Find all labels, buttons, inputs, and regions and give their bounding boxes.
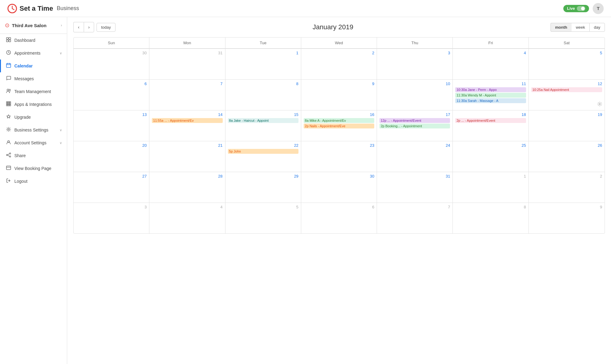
list-item[interactable]: 10:25a Nail Appointment bbox=[531, 87, 602, 92]
view-btn-day[interactable]: day bbox=[589, 23, 605, 32]
list-item[interactable]: 11:30a Wendy M - Appoint bbox=[455, 93, 526, 98]
table-row[interactable]: 5 bbox=[529, 49, 605, 79]
table-row[interactable]: 6 bbox=[301, 203, 377, 233]
table-row[interactable]: 8 bbox=[453, 203, 529, 233]
live-badge[interactable]: Live bbox=[563, 5, 589, 12]
table-row[interactable]: 6 bbox=[74, 80, 149, 110]
list-item[interactable]: 11:55a ... - Appointment/Ev bbox=[152, 118, 222, 123]
sidebar-item-messages[interactable]: Messages bbox=[0, 72, 67, 85]
table-row[interactable]: 8 bbox=[225, 80, 301, 110]
list-item[interactable]: 8a Jake - Haircut - Appoint bbox=[228, 118, 298, 123]
list-item[interactable]: 12p ... - Appointment/Event bbox=[379, 118, 450, 123]
sidebar-item-business-settings[interactable]: Business Settings ∨ bbox=[0, 124, 67, 136]
cal-date-number: 28 bbox=[152, 174, 222, 178]
table-row[interactable]: 31 bbox=[149, 49, 225, 79]
cal-week-0: 303112345 bbox=[74, 49, 605, 79]
cal-date-number: 18 bbox=[455, 112, 526, 117]
table-row[interactable]: 2 bbox=[301, 49, 377, 79]
day-header-fri: Fri bbox=[453, 38, 529, 49]
sidebar-item-upgrade[interactable]: Upgrade bbox=[0, 111, 67, 124]
table-row[interactable]: 21 bbox=[149, 141, 225, 172]
list-item[interactable]: 10:30a Jane - Perm - Appo bbox=[455, 87, 526, 92]
table-row[interactable]: 4 bbox=[149, 203, 225, 233]
calendar-weeks: 3031123456789101110:30a Jane - Perm - Ap… bbox=[74, 49, 605, 233]
svg-point-25 bbox=[8, 129, 9, 130]
salon-name: Third Ave Salon bbox=[12, 23, 58, 28]
table-row[interactable]: 9 bbox=[529, 203, 605, 233]
nav-label-calendar: Calendar bbox=[14, 63, 62, 68]
cal-date-number: 2 bbox=[304, 51, 374, 55]
prev-button[interactable]: ‹ bbox=[73, 22, 84, 32]
cal-date-number: 8 bbox=[455, 205, 526, 209]
table-row[interactable]: 25 bbox=[453, 141, 529, 172]
table-row[interactable]: 28 bbox=[149, 172, 225, 203]
table-row[interactable]: 1 bbox=[225, 49, 301, 79]
sidebar-item-logout[interactable]: Logout bbox=[0, 175, 67, 188]
cal-date-number: 15 bbox=[228, 112, 298, 117]
table-row[interactable]: 4 bbox=[453, 49, 529, 79]
table-row[interactable]: 20 bbox=[74, 141, 149, 172]
table-row[interactable]: 1110:30a Jane - Perm - Appo11:30a Wendy … bbox=[453, 80, 529, 110]
sidebar-item-share[interactable]: Share bbox=[0, 149, 67, 162]
table-row[interactable]: 1712p ... - Appointment/Event2p Booking.… bbox=[377, 110, 453, 141]
table-row[interactable]: 26 bbox=[529, 141, 605, 172]
table-row[interactable]: 3 bbox=[74, 203, 149, 233]
cal-week-3: 2021225p John23242526 bbox=[74, 141, 605, 172]
table-row[interactable]: 158a Jake - Haircut - Appoint bbox=[225, 110, 301, 141]
list-item[interactable]: 2p Booking... - Appointment bbox=[379, 124, 450, 128]
view-btn-week[interactable]: week bbox=[572, 23, 589, 32]
main-content: ‹ › today January 2019 monthweekday SunM… bbox=[67, 17, 611, 364]
table-row[interactable]: 9 bbox=[301, 80, 377, 110]
table-row[interactable]: 1210:25a Nail Appointment bbox=[529, 80, 605, 110]
table-row[interactable]: 10 bbox=[377, 80, 453, 110]
table-row[interactable]: 2 bbox=[529, 172, 605, 203]
table-row[interactable]: 182p ... - Appointment/Event bbox=[453, 110, 529, 141]
table-row[interactable]: 29 bbox=[225, 172, 301, 203]
table-row[interactable]: 19 bbox=[529, 110, 605, 141]
table-row[interactable]: 5 bbox=[225, 203, 301, 233]
table-row[interactable]: 7 bbox=[377, 203, 453, 233]
svg-point-29 bbox=[9, 156, 11, 157]
list-item[interactable]: 8a Mike A - Appointment/Ev bbox=[304, 118, 374, 123]
sidebar-item-calendar[interactable]: Calendar bbox=[0, 59, 67, 72]
table-row[interactable]: 24 bbox=[377, 141, 453, 172]
list-item[interactable]: 2p Nails - Appointment/Eve bbox=[304, 124, 374, 128]
cal-date-number: 23 bbox=[304, 143, 374, 148]
table-row[interactable]: 30 bbox=[74, 49, 149, 79]
sidebar-item-team[interactable]: Team Management bbox=[0, 85, 67, 98]
table-row[interactable]: 7 bbox=[149, 80, 225, 110]
table-row[interactable]: 30 bbox=[301, 172, 377, 203]
nav-icon-upgrade bbox=[6, 114, 11, 120]
sidebar-item-account-settings[interactable]: Account Settings ∨ bbox=[0, 136, 67, 149]
view-btn-month[interactable]: month bbox=[551, 23, 572, 32]
user-avatar[interactable]: T bbox=[593, 3, 604, 14]
cal-date-number: 11 bbox=[455, 81, 526, 86]
svg-rect-22 bbox=[6, 105, 8, 106]
live-toggle[interactable] bbox=[577, 6, 585, 11]
next-button[interactable]: › bbox=[84, 22, 94, 32]
sidebar-item-apps[interactable]: Apps & Integrations bbox=[0, 98, 67, 111]
list-item[interactable]: 2p ... - Appointment/Event bbox=[455, 118, 526, 123]
table-row[interactable]: 27 bbox=[74, 172, 149, 203]
sidebar-salon[interactable]: ⊙ Third Ave Salon › bbox=[0, 17, 67, 34]
table-row[interactable]: 225p John bbox=[225, 141, 301, 172]
table-row[interactable]: 168a Mike A - Appointment/Ev2p Nails - A… bbox=[301, 110, 377, 141]
settings-icon[interactable] bbox=[597, 102, 602, 108]
today-button[interactable]: today bbox=[97, 23, 115, 32]
sidebar-item-dashboard[interactable]: Dashboard bbox=[0, 34, 67, 47]
svg-rect-4 bbox=[9, 38, 11, 39]
sidebar-item-appointments[interactable]: Appointments ∨ bbox=[0, 47, 67, 59]
table-row[interactable]: 23 bbox=[301, 141, 377, 172]
table-row[interactable]: 1 bbox=[453, 172, 529, 203]
nav-arrow-account-settings: ∨ bbox=[60, 141, 62, 145]
list-item[interactable]: 11:30a Sarah - Massage - A bbox=[455, 98, 526, 103]
table-row[interactable]: 31 bbox=[377, 172, 453, 203]
top-nav-right: Live T bbox=[563, 3, 604, 14]
table-row[interactable]: 3 bbox=[377, 49, 453, 79]
table-row[interactable]: 13 bbox=[74, 110, 149, 141]
nav-icon-team bbox=[6, 88, 11, 95]
nav-icon-calendar bbox=[6, 63, 11, 69]
table-row[interactable]: 1411:55a ... - Appointment/Ev bbox=[149, 110, 225, 141]
sidebar-item-view-booking[interactable]: View Booking Page bbox=[0, 162, 67, 175]
list-item[interactable]: 5p John bbox=[228, 149, 298, 154]
